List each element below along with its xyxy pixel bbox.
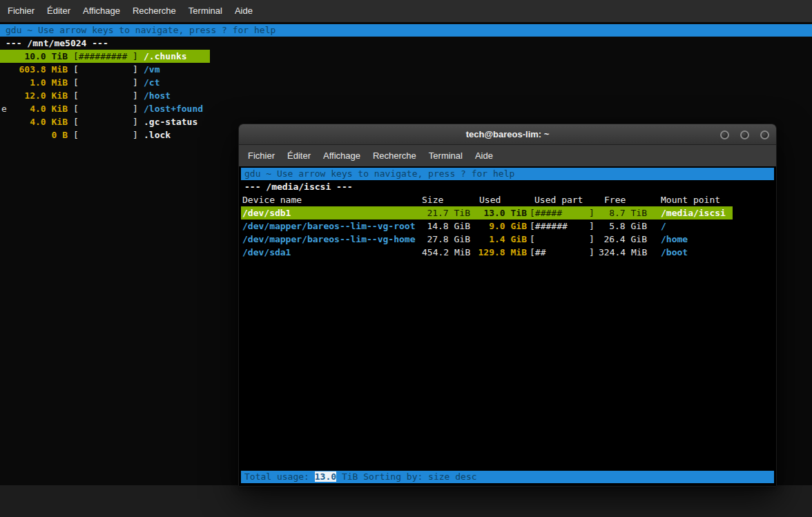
usage-bar: [## ] bbox=[530, 246, 599, 259]
sorting-status: TiB Sorting by: size desc bbox=[336, 471, 477, 482]
col-used: Used bbox=[470, 193, 530, 206]
col-size: Size bbox=[422, 193, 470, 206]
menu-item-fichier[interactable]: Fichier bbox=[1, 0, 41, 22]
device-free: 5.8 GiB bbox=[599, 220, 657, 233]
row-size: 10.0 TiB bbox=[12, 50, 68, 63]
win-menu-item-editer[interactable]: Éditer bbox=[281, 145, 317, 167]
win-menu-item-terminal[interactable]: Terminal bbox=[423, 145, 469, 167]
maximize-button[interactable] bbox=[740, 130, 749, 139]
device-row-vg-home[interactable]: /dev/mapper/bareos--lim--vg-home 27.8 Gi… bbox=[241, 233, 733, 246]
gdu-status-bar: gdu ~ Use arrow keys to navigate, press … bbox=[241, 168, 774, 180]
gdu-status-bar: gdu ~ Use arrow keys to navigate, press … bbox=[0, 24, 812, 37]
row-flag bbox=[1, 50, 7, 63]
row-size: 0 B bbox=[12, 128, 68, 142]
mount-point: /boot bbox=[657, 246, 733, 259]
row-name: /ct bbox=[144, 76, 160, 89]
close-button[interactable] bbox=[760, 130, 769, 139]
device-free: 26.4 GiB bbox=[599, 233, 657, 246]
device-used: 9.0 GiB bbox=[470, 220, 530, 233]
win-menu-item-affichage[interactable]: Affichage bbox=[317, 145, 367, 167]
terminal-empty-area bbox=[241, 259, 774, 471]
menu-item-aide[interactable]: Aide bbox=[229, 0, 259, 22]
device-name: /dev/sdb1 bbox=[242, 206, 422, 220]
window-menubar: Fichier Éditer Affichage Recherche Termi… bbox=[239, 145, 776, 166]
row-name: /vm bbox=[144, 63, 160, 76]
usage-bar: [ ] bbox=[73, 63, 138, 76]
minimize-button[interactable] bbox=[720, 130, 729, 139]
col-mount-point: Mount point bbox=[657, 193, 733, 206]
usage-bar: [###### ] bbox=[530, 220, 599, 233]
window-controls bbox=[720, 124, 769, 145]
gdu-row-lost-found[interactable]: e 4.0 KiB [ ] /lost+found bbox=[0, 102, 226, 115]
gdu-footer-bar: Total usage: 13.0 TiB Sorting by: size d… bbox=[241, 471, 774, 483]
mount-point: /media/iscsi bbox=[657, 206, 733, 220]
row-size: 4.0 KiB bbox=[12, 115, 68, 128]
row-name: .lock bbox=[144, 128, 171, 142]
win-menu-item-aide[interactable]: Aide bbox=[469, 145, 499, 167]
device-used: 13.0 TiB bbox=[470, 206, 530, 220]
device-row-sdb1[interactable]: /dev/sdb1 21.7 TiB 13.0 TiB [##### ] 8.7… bbox=[241, 206, 733, 220]
row-name: /.chunks bbox=[144, 50, 187, 63]
terminal-content[interactable]: gdu ~ Use arrow keys to navigate, press … bbox=[239, 166, 776, 486]
row-size: 603.8 MiB bbox=[12, 63, 68, 76]
usage-bar: [ ] bbox=[73, 102, 138, 115]
row-name: /lost+found bbox=[144, 102, 203, 115]
usage-bar: [######### ] bbox=[73, 50, 138, 63]
total-usage-label: Total usage: bbox=[244, 471, 315, 482]
device-row-vg-root[interactable]: /dev/mapper/bareos--lim--vg-root 14.8 Gi… bbox=[241, 220, 733, 233]
win-menu-item-recherche[interactable]: Recherche bbox=[367, 145, 423, 167]
row-flag bbox=[1, 63, 7, 76]
device-name: /dev/sda1 bbox=[242, 246, 422, 259]
row-flag bbox=[1, 128, 7, 142]
device-size: 21.7 TiB bbox=[422, 206, 470, 220]
device-used: 1.4 GiB bbox=[470, 233, 530, 246]
total-usage-value: 13.0 bbox=[315, 471, 336, 482]
device-used: 129.8 MiB bbox=[470, 246, 530, 259]
device-name: /dev/mapper/bareos--lim--vg-home bbox=[242, 233, 422, 246]
win-menu-item-fichier[interactable]: Fichier bbox=[242, 145, 281, 167]
menu-item-editer[interactable]: Éditer bbox=[41, 0, 77, 22]
menu-item-affichage[interactable]: Affichage bbox=[77, 0, 126, 22]
device-size: 14.8 GiB bbox=[422, 220, 470, 233]
device-free: 324.4 MiB bbox=[599, 246, 657, 259]
device-size: 27.8 GiB bbox=[422, 233, 470, 246]
window-titlebar[interactable]: tech@bareos-lim: ~ bbox=[239, 124, 776, 145]
usage-bar: [ ] bbox=[73, 76, 138, 89]
gdu-row-lock[interactable]: 0 B [ ] .lock bbox=[0, 128, 193, 142]
row-name: .gc-status bbox=[144, 115, 197, 128]
usage-bar: [ ] bbox=[73, 115, 138, 128]
row-size: 12.0 KiB bbox=[12, 89, 68, 102]
row-size: 4.0 KiB bbox=[12, 102, 68, 115]
mount-point: /home bbox=[657, 233, 733, 246]
desktop-menubar: Fichier Éditer Affichage Recherche Termi… bbox=[0, 0, 812, 22]
gdu-row-chunks[interactable]: 10.0 TiB [######### ] /.chunks bbox=[0, 50, 210, 63]
menu-item-recherche[interactable]: Recherche bbox=[126, 0, 182, 22]
current-path-header: --- /mnt/me5024 --- bbox=[0, 37, 812, 50]
device-free: 8.7 TiB bbox=[599, 206, 657, 220]
col-free: Free bbox=[599, 193, 657, 206]
current-path-header: --- /media/iscsi --- bbox=[241, 180, 774, 193]
usage-bar: [ ] bbox=[73, 89, 138, 102]
row-flag bbox=[1, 115, 7, 128]
device-row-sda1[interactable]: /dev/sda1 454.2 MiB 129.8 MiB [## ] 324.… bbox=[241, 246, 733, 259]
device-table-header: Device name Size Used Used part Free Mou… bbox=[241, 193, 733, 206]
menu-item-terminal[interactable]: Terminal bbox=[182, 0, 229, 22]
device-name: /dev/mapper/bareos--lim--vg-root bbox=[242, 220, 422, 233]
usage-bar: [##### ] bbox=[530, 206, 599, 220]
gdu-row-ct[interactable]: 1.0 MiB [ ] /ct bbox=[0, 76, 182, 89]
row-size: 1.0 MiB bbox=[12, 76, 68, 89]
row-flag bbox=[1, 76, 7, 89]
row-name: /host bbox=[144, 89, 171, 102]
empty-dir-flag: e bbox=[1, 102, 7, 115]
usage-bar: [ ] bbox=[73, 128, 138, 142]
gdu-row-host[interactable]: 12.0 KiB [ ] /host bbox=[0, 89, 193, 102]
col-used-part: Used part bbox=[530, 193, 599, 206]
row-flag bbox=[1, 89, 7, 102]
mount-point: / bbox=[657, 220, 733, 233]
window-title: tech@bareos-lim: ~ bbox=[466, 129, 550, 139]
gdu-row-gc-status[interactable]: 4.0 KiB [ ] .gc-status bbox=[0, 115, 220, 128]
terminal-window: tech@bareos-lim: ~ Fichier Éditer Affich… bbox=[238, 124, 777, 487]
col-device-name: Device name bbox=[242, 193, 422, 206]
gdu-row-vm[interactable]: 603.8 MiB [ ] /vm bbox=[0, 63, 182, 76]
usage-bar: [ ] bbox=[530, 233, 599, 246]
